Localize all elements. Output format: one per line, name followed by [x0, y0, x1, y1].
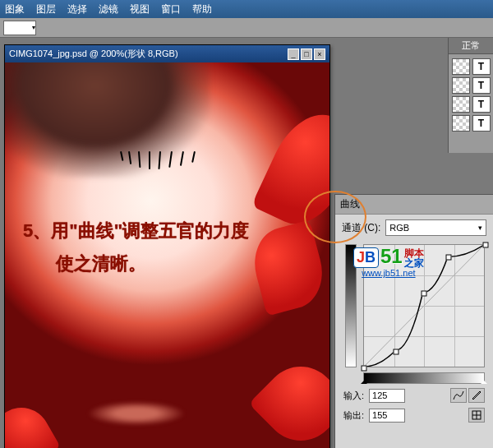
grid-toggle-icon[interactable] — [468, 408, 485, 423]
curves-dialog: 曲线 通道 (C): RGB 输入: — [334, 194, 493, 448]
channel-select[interactable]: RGB — [385, 219, 486, 236]
layer-thumb[interactable] — [452, 77, 470, 94]
workspace: CIMG1074_jpg.psd @ 200%(形状 8,RGB) _ □ × … — [0, 38, 493, 448]
right-panel-dock: 正常 T T T T — [448, 38, 493, 153]
menu-window[interactable]: 窗口 — [161, 2, 181, 16]
menu-layer[interactable]: 图层 — [36, 2, 56, 16]
channel-label: 通道 (C): — [342, 221, 380, 235]
watermark-cn-2: 之家 — [404, 258, 424, 268]
close-button[interactable]: × — [314, 48, 325, 60]
menu-image[interactable]: 图象 — [5, 2, 25, 16]
options-toolbar — [0, 18, 493, 38]
document-window: CIMG1074_jpg.psd @ 200%(形状 8,RGB) _ □ × … — [4, 44, 330, 448]
curve-point[interactable] — [421, 290, 426, 296]
layer-thumb[interactable] — [452, 115, 470, 132]
main-menubar[interactable]: 图象 图层 选择 滤镜 视图 窗口 帮助 — [0, 0, 493, 18]
layer-thumb[interactable] — [452, 96, 470, 113]
blend-mode-label[interactable]: 正常 — [449, 38, 493, 54]
layer-thumb-text[interactable]: T — [472, 77, 491, 94]
curve-point[interactable] — [483, 242, 489, 248]
output-label: 输出: — [343, 409, 364, 422]
input-value-field[interactable] — [369, 389, 405, 403]
output-value-field[interactable] — [369, 409, 405, 423]
channel-value: RGB — [389, 223, 409, 233]
black-point-slider[interactable] — [361, 377, 367, 384]
layer-thumbs: T T T T — [449, 54, 493, 136]
watermark-logo-text: 51 — [380, 245, 403, 268]
layer-thumb-text[interactable]: T — [472, 115, 491, 132]
document-title-text: CIMG1074_jpg.psd @ 200%(形状 8,RGB) — [9, 48, 178, 60]
menu-help[interactable]: 帮助 — [192, 2, 212, 16]
menu-filter[interactable]: 滤镜 — [99, 2, 118, 16]
document-canvas[interactable]: 5、用"曲线"调整五官的力度 使之清晰。 — [5, 62, 329, 448]
layer-thumb[interactable] — [452, 58, 470, 75]
tool-preset-select[interactable] — [3, 21, 36, 35]
layer-thumb-text[interactable]: T — [472, 58, 491, 75]
horizontal-gradient[interactable] — [363, 372, 485, 384]
curve-point[interactable] — [362, 366, 367, 372]
white-point-slider[interactable] — [481, 377, 487, 384]
annotation-line-1: 5、用"曲线"调整五官的力度 — [23, 220, 249, 241]
menu-view[interactable]: 视图 — [130, 2, 150, 16]
document-titlebar[interactable]: CIMG1074_jpg.psd @ 200%(形状 8,RGB) _ □ × — [5, 45, 329, 62]
watermark-url: www.jb51.net — [353, 268, 424, 278]
layer-thumb-text[interactable]: T — [472, 96, 491, 113]
annotation-text: 5、用"曲线"调整五官的力度 使之清晰。 — [23, 215, 249, 279]
watermark-logo-icon: JB — [353, 247, 379, 268]
annotation-line-2: 使之清晰。 — [56, 247, 249, 280]
curve-point[interactable] — [446, 254, 452, 260]
watermark: JB 51 脚本 之家 www.jb51.net — [353, 245, 424, 278]
curve-point[interactable] — [393, 349, 399, 355]
curves-title: 曲线 — [335, 195, 493, 215]
maximize-button[interactable]: □ — [301, 48, 312, 60]
pencil-tool-icon[interactable] — [468, 388, 485, 403]
minimize-button[interactable]: _ — [288, 48, 299, 60]
menu-select[interactable]: 选择 — [67, 2, 87, 16]
input-label: 输入: — [343, 390, 364, 402]
curve-tool-icon[interactable] — [450, 388, 467, 403]
